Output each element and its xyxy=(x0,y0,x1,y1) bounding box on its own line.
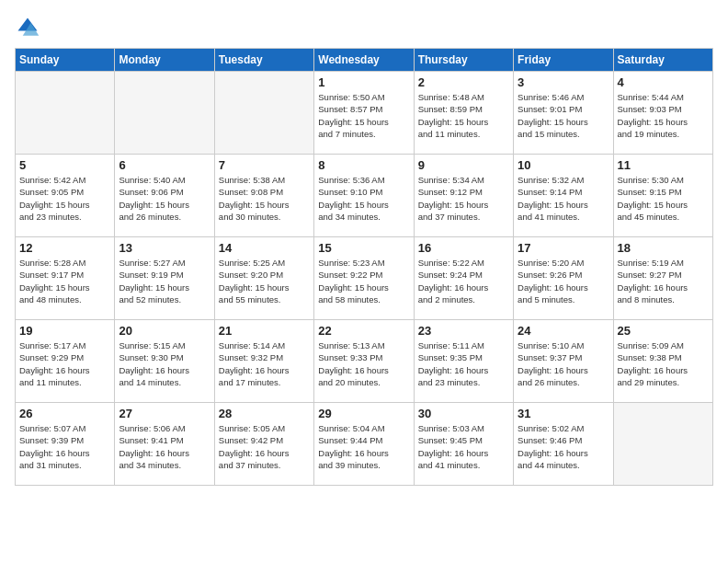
day-number: 25 xyxy=(618,324,709,338)
calendar-day-cell: 8Sunrise: 5:36 AM Sunset: 9:10 PM Daylig… xyxy=(314,155,414,237)
day-info: Sunrise: 5:23 AM Sunset: 9:22 PM Dayligh… xyxy=(318,257,409,305)
day-info: Sunrise: 5:22 AM Sunset: 9:24 PM Dayligh… xyxy=(418,257,509,305)
day-number: 29 xyxy=(318,407,409,420)
day-number: 8 xyxy=(318,158,409,172)
weekday-header: Thursday xyxy=(414,49,513,72)
day-info: Sunrise: 5:32 AM Sunset: 9:14 PM Dayligh… xyxy=(518,174,609,223)
day-info: Sunrise: 5:38 AM Sunset: 9:08 PM Dayligh… xyxy=(219,174,310,223)
day-info: Sunrise: 5:02 AM Sunset: 9:46 PM Dayligh… xyxy=(518,422,609,471)
day-number: 11 xyxy=(618,158,709,172)
day-info: Sunrise: 5:05 AM Sunset: 9:42 PM Dayligh… xyxy=(219,422,310,471)
calendar-day-cell: 3Sunrise: 5:46 AM Sunset: 9:01 PM Daylig… xyxy=(514,72,613,155)
day-number: 5 xyxy=(19,158,110,172)
day-info: Sunrise: 5:17 AM Sunset: 9:29 PM Dayligh… xyxy=(19,339,110,388)
day-info: Sunrise: 5:30 AM Sunset: 9:15 PM Dayligh… xyxy=(618,174,709,223)
day-number: 31 xyxy=(518,407,609,420)
calendar-day-cell: 6Sunrise: 5:40 AM Sunset: 9:06 PM Daylig… xyxy=(115,155,214,237)
day-info: Sunrise: 5:42 AM Sunset: 9:05 PM Dayligh… xyxy=(19,174,110,223)
logo-icon xyxy=(15,15,40,40)
calendar-body: 1Sunrise: 5:50 AM Sunset: 8:57 PM Daylig… xyxy=(16,72,713,486)
weekday-header: Wednesday xyxy=(314,49,414,72)
day-info: Sunrise: 5:10 AM Sunset: 9:37 PM Dayligh… xyxy=(518,339,609,388)
calendar-day-cell xyxy=(115,72,214,155)
day-info: Sunrise: 5:19 AM Sunset: 9:27 PM Dayligh… xyxy=(618,257,709,305)
weekday-header: Monday xyxy=(115,49,214,72)
calendar-day-cell: 30Sunrise: 5:03 AM Sunset: 9:45 PM Dayli… xyxy=(414,403,513,486)
calendar-day-cell: 24Sunrise: 5:10 AM Sunset: 9:37 PM Dayli… xyxy=(514,320,613,403)
day-info: Sunrise: 5:46 AM Sunset: 9:01 PM Dayligh… xyxy=(518,91,609,140)
day-number: 15 xyxy=(318,241,409,255)
calendar-day-cell: 13Sunrise: 5:27 AM Sunset: 9:19 PM Dayli… xyxy=(115,237,214,320)
day-info: Sunrise: 5:04 AM Sunset: 9:44 PM Dayligh… xyxy=(318,422,409,471)
day-number: 13 xyxy=(119,241,210,255)
calendar-day-cell: 23Sunrise: 5:11 AM Sunset: 9:35 PM Dayli… xyxy=(414,320,513,403)
calendar-day-cell: 15Sunrise: 5:23 AM Sunset: 9:22 PM Dayli… xyxy=(314,237,414,320)
day-number: 12 xyxy=(19,241,110,255)
day-info: Sunrise: 5:48 AM Sunset: 8:59 PM Dayligh… xyxy=(418,91,509,140)
day-number: 3 xyxy=(518,75,609,89)
calendar-day-cell: 5Sunrise: 5:42 AM Sunset: 9:05 PM Daylig… xyxy=(16,155,115,237)
day-number: 1 xyxy=(318,75,409,89)
calendar-day-cell: 20Sunrise: 5:15 AM Sunset: 9:30 PM Dayli… xyxy=(115,320,214,403)
calendar-day-cell: 16Sunrise: 5:22 AM Sunset: 9:24 PM Dayli… xyxy=(414,237,513,320)
calendar-day-cell: 7Sunrise: 5:38 AM Sunset: 9:08 PM Daylig… xyxy=(214,155,313,237)
day-number: 2 xyxy=(418,75,509,89)
day-info: Sunrise: 5:27 AM Sunset: 9:19 PM Dayligh… xyxy=(119,257,210,305)
day-number: 23 xyxy=(418,324,509,338)
day-info: Sunrise: 5:36 AM Sunset: 9:10 PM Dayligh… xyxy=(318,174,409,223)
day-number: 17 xyxy=(518,241,609,255)
calendar-week-row: 5Sunrise: 5:42 AM Sunset: 9:05 PM Daylig… xyxy=(16,155,713,237)
calendar-week-row: 26Sunrise: 5:07 AM Sunset: 9:39 PM Dayli… xyxy=(16,403,713,486)
day-number: 24 xyxy=(518,324,609,338)
weekday-header: Saturday xyxy=(613,49,712,72)
day-number: 21 xyxy=(219,324,310,338)
day-info: Sunrise: 5:15 AM Sunset: 9:30 PM Dayligh… xyxy=(119,339,210,388)
calendar-day-cell: 11Sunrise: 5:30 AM Sunset: 9:15 PM Dayli… xyxy=(613,155,712,237)
calendar-header: SundayMondayTuesdayWednesdayThursdayFrid… xyxy=(16,49,713,72)
calendar-week-row: 12Sunrise: 5:28 AM Sunset: 9:17 PM Dayli… xyxy=(16,237,713,320)
calendar-day-cell: 25Sunrise: 5:09 AM Sunset: 9:38 PM Dayli… xyxy=(613,320,712,403)
day-info: Sunrise: 5:50 AM Sunset: 8:57 PM Dayligh… xyxy=(318,91,409,140)
weekday-header: Sunday xyxy=(16,49,115,72)
day-info: Sunrise: 5:03 AM Sunset: 9:45 PM Dayligh… xyxy=(418,422,509,471)
weekday-header: Friday xyxy=(514,49,613,72)
day-info: Sunrise: 5:20 AM Sunset: 9:26 PM Dayligh… xyxy=(518,257,609,305)
day-number: 4 xyxy=(618,75,709,89)
day-info: Sunrise: 5:40 AM Sunset: 9:06 PM Dayligh… xyxy=(119,174,210,223)
calendar-table: SundayMondayTuesdayWednesdayThursdayFrid… xyxy=(15,48,713,486)
calendar-day-cell: 4Sunrise: 5:44 AM Sunset: 9:03 PM Daylig… xyxy=(613,72,712,155)
calendar-day-cell: 19Sunrise: 5:17 AM Sunset: 9:29 PM Dayli… xyxy=(16,320,115,403)
calendar-day-cell: 10Sunrise: 5:32 AM Sunset: 9:14 PM Dayli… xyxy=(514,155,613,237)
calendar-day-cell: 22Sunrise: 5:13 AM Sunset: 9:33 PM Dayli… xyxy=(314,320,414,403)
day-info: Sunrise: 5:06 AM Sunset: 9:41 PM Dayligh… xyxy=(119,422,210,471)
calendar-day-cell: 9Sunrise: 5:34 AM Sunset: 9:12 PM Daylig… xyxy=(414,155,513,237)
calendar-day-cell xyxy=(613,403,712,486)
calendar-day-cell: 12Sunrise: 5:28 AM Sunset: 9:17 PM Dayli… xyxy=(16,237,115,320)
weekday-header: Tuesday xyxy=(214,49,313,72)
calendar-day-cell: 28Sunrise: 5:05 AM Sunset: 9:42 PM Dayli… xyxy=(214,403,313,486)
calendar-day-cell: 1Sunrise: 5:50 AM Sunset: 8:57 PM Daylig… xyxy=(314,72,414,155)
day-info: Sunrise: 5:13 AM Sunset: 9:33 PM Dayligh… xyxy=(318,339,409,388)
day-number: 28 xyxy=(219,407,310,420)
day-info: Sunrise: 5:11 AM Sunset: 9:35 PM Dayligh… xyxy=(418,339,509,388)
day-number: 26 xyxy=(19,407,110,420)
day-info: Sunrise: 5:25 AM Sunset: 9:20 PM Dayligh… xyxy=(219,257,310,305)
calendar-week-row: 19Sunrise: 5:17 AM Sunset: 9:29 PM Dayli… xyxy=(16,320,713,403)
day-number: 6 xyxy=(119,158,210,172)
calendar-day-cell xyxy=(214,72,313,155)
calendar-day-cell: 21Sunrise: 5:14 AM Sunset: 9:32 PM Dayli… xyxy=(214,320,313,403)
day-number: 9 xyxy=(418,158,509,172)
day-number: 14 xyxy=(219,241,310,255)
calendar-day-cell: 31Sunrise: 5:02 AM Sunset: 9:46 PM Dayli… xyxy=(514,403,613,486)
calendar-day-cell: 17Sunrise: 5:20 AM Sunset: 9:26 PM Dayli… xyxy=(514,237,613,320)
day-info: Sunrise: 5:28 AM Sunset: 9:17 PM Dayligh… xyxy=(19,257,110,305)
calendar-day-cell: 14Sunrise: 5:25 AM Sunset: 9:20 PM Dayli… xyxy=(214,237,313,320)
day-number: 19 xyxy=(19,324,110,338)
day-info: Sunrise: 5:07 AM Sunset: 9:39 PM Dayligh… xyxy=(19,422,110,471)
day-info: Sunrise: 5:14 AM Sunset: 9:32 PM Dayligh… xyxy=(219,339,310,388)
calendar-day-cell: 27Sunrise: 5:06 AM Sunset: 9:41 PM Dayli… xyxy=(115,403,214,486)
calendar-day-cell: 18Sunrise: 5:19 AM Sunset: 9:27 PM Dayli… xyxy=(613,237,712,320)
calendar-day-cell: 2Sunrise: 5:48 AM Sunset: 8:59 PM Daylig… xyxy=(414,72,513,155)
calendar-week-row: 1Sunrise: 5:50 AM Sunset: 8:57 PM Daylig… xyxy=(16,72,713,155)
day-number: 18 xyxy=(618,241,709,255)
